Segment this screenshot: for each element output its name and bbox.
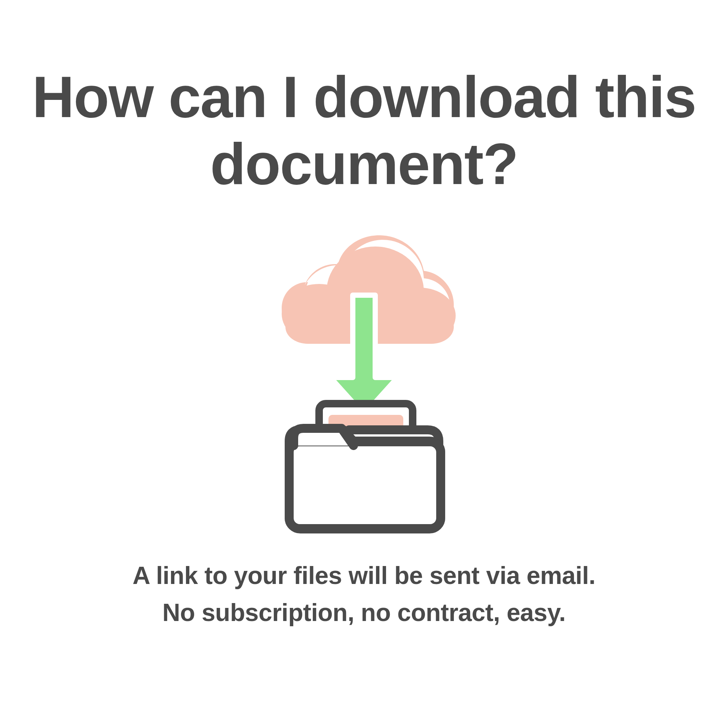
subtext-line-2: No subscription, no contract, easy. [132,594,595,631]
svg-rect-9 [289,442,441,529]
svg-point-4 [286,310,330,344]
folder-icon [289,428,441,529]
subtext-line-1: A link to your files will be sent via em… [132,557,595,594]
download-illustration [233,228,495,535]
cloud-download-folder-icon [233,228,495,535]
subtext-block: A link to your files will be sent via em… [132,557,595,631]
page-heading: How can I download this document? [0,64,728,198]
svg-point-5 [409,310,454,344]
